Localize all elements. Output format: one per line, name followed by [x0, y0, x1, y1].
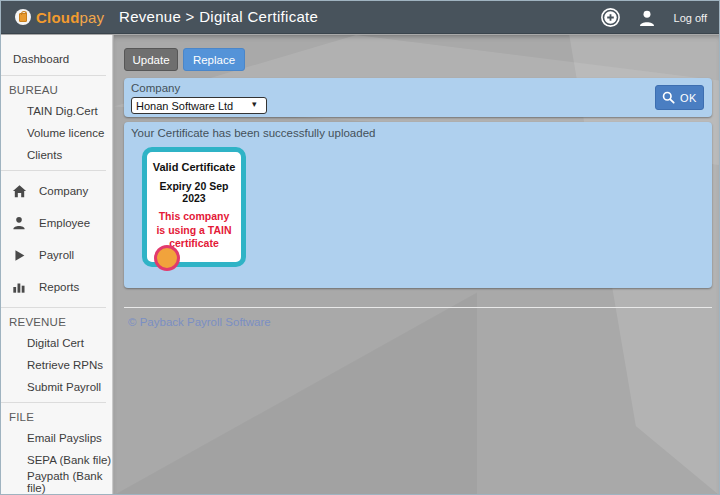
sidebar-section-file: FILE [1, 407, 112, 427]
certificate-panel: Your Certificate has been successfully u… [124, 122, 712, 288]
sidebar-item-label: Employee [39, 217, 90, 229]
bar-chart-icon [11, 279, 27, 295]
sidebar-item-tain-dig-cert[interactable]: TAIN Dig.Cert [1, 100, 112, 122]
sidebar-divider [1, 307, 106, 308]
add-icon[interactable] [601, 8, 620, 27]
sidebar-item-label: Reports [39, 281, 79, 293]
company-panel: Company Honan Software Ltd ▾ OK [124, 78, 712, 117]
sidebar-item-employee[interactable]: Employee [1, 207, 112, 239]
company-select[interactable]: Honan Software Ltd [131, 97, 267, 114]
person-icon [11, 215, 27, 231]
sidebar-item-clients[interactable]: Clients [1, 144, 112, 166]
certificate-seal-icon [154, 245, 180, 271]
brand-logo[interactable]: Cloudpay [15, 9, 104, 26]
page-title: Revenue > Digital Certificate [119, 8, 318, 25]
sidebar-item-email-payslips[interactable]: Email Payslips [1, 427, 112, 449]
sidebar-item-label: Payroll [39, 249, 74, 261]
sidebar-item-volume-licence[interactable]: Volume licence [1, 122, 112, 144]
main-content: Update Replace Company Honan Software Lt… [114, 35, 719, 495]
footer-divider [124, 307, 712, 308]
brand-name-bold: Cloud [36, 9, 80, 26]
sidebar-section-revenue: REVENUE [1, 312, 112, 332]
replace-button[interactable]: Replace [183, 48, 245, 71]
update-button[interactable]: Update [124, 48, 178, 71]
sidebar-item-paypath-bank-file[interactable]: Paypath (Bank file) [1, 471, 112, 493]
sidebar-divider [1, 170, 106, 171]
sidebar-item-retrieve-rpns[interactable]: Retrieve RPNs [1, 354, 112, 376]
user-icon[interactable] [638, 9, 656, 27]
header-bar: Cloudpay Revenue > Digital Certificate L… [1, 1, 719, 34]
sidebar-item-submit-payroll[interactable]: Submit Payroll [1, 376, 112, 398]
sidebar-item-label: Company [39, 185, 88, 197]
sidebar-item-sepa-bank-file[interactable]: SEPA (Bank file) [1, 449, 112, 471]
sidebar-item-company[interactable]: Company [1, 175, 112, 207]
ok-button[interactable]: OK [655, 85, 704, 110]
cloudpay-logo-icon [15, 9, 31, 25]
sidebar-section-bureau: BUREAU [1, 80, 112, 100]
ok-button-label: OK [680, 92, 697, 104]
certificate-expiry: Expiry 20 Sep 2023 [147, 180, 241, 204]
brand-name: Cloudpay [36, 9, 104, 26]
sidebar: Dashboard BUREAU TAIN Dig.Cert Volume li… [1, 35, 113, 495]
header-actions: Log off [601, 1, 707, 34]
search-icon [662, 91, 675, 104]
sidebar-item-dashboard[interactable]: Dashboard [1, 47, 112, 71]
logoff-button[interactable]: Log off [674, 12, 707, 24]
sidebar-divider [1, 75, 106, 76]
sidebar-item-reports[interactable]: Reports [1, 271, 112, 303]
upload-success-message: Your Certificate has been successfully u… [131, 127, 375, 139]
play-icon [11, 247, 27, 263]
certificate-card: Valid Certificate Expiry 20 Sep 2023 Thi… [142, 147, 246, 267]
copyright-text: © Payback Payroll Software [128, 316, 271, 328]
sidebar-item-payroll[interactable]: Payroll [1, 239, 112, 271]
brand-name-light: pay [80, 9, 105, 26]
home-icon [11, 183, 27, 199]
sidebar-item-digital-cert[interactable]: Digital Cert [1, 332, 112, 354]
app-window: Cloudpay Revenue > Digital Certificate L… [0, 0, 720, 495]
certificate-status: Valid Certificate [147, 161, 241, 173]
sidebar-divider [1, 402, 106, 403]
company-label: Company [131, 82, 180, 94]
